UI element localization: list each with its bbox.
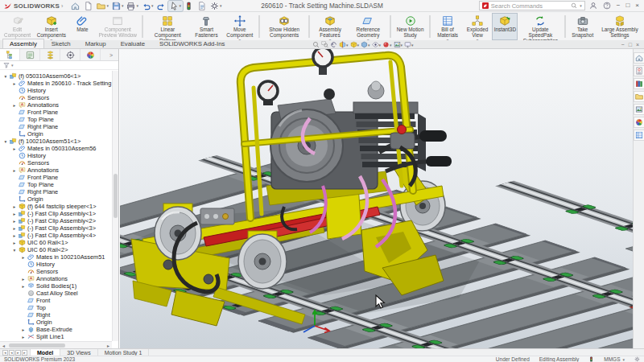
doc-minimize-button[interactable]: − [621, 42, 625, 47]
tree-expand-arrow[interactable]: ▸ [12, 81, 17, 86]
heads-up-tool[interactable]: ▾ [404, 41, 414, 48]
ribbon-button[interactable] [142, 15, 143, 38]
undo-button[interactable]: ▾ [140, 1, 155, 11]
command-tab[interactable]: Evaluate [114, 39, 152, 48]
tree-item[interactable]: History [2, 261, 112, 268]
tree-expand-arrow[interactable]: ▸ [12, 103, 17, 108]
ribbon-button[interactable] [308, 15, 310, 38]
task-pane-tab[interactable] [634, 105, 644, 114]
heads-up-tool[interactable]: ▾ [372, 41, 382, 48]
tree-vertical-scrollbar[interactable] [112, 71, 118, 341]
tree-item[interactable]: ▸ (-) Fast Clip Assembly<4> [2, 232, 112, 239]
tree-item[interactable]: Origin [2, 319, 112, 326]
home-button[interactable] [69, 1, 82, 11]
tree-item[interactable]: ▸ (-) Fast Clip Assembly<2> [2, 217, 112, 224]
tree-expand-arrow[interactable]: ▸ [12, 212, 17, 216]
options-button[interactable]: ▾ [208, 1, 224, 11]
panel-tab[interactable] [60, 49, 80, 60]
tree-item[interactable]: Origin [2, 195, 112, 203]
command-tab[interactable]: Assembly [2, 39, 44, 48]
tree-item[interactable]: Origin [2, 130, 112, 138]
redo-button[interactable] [155, 1, 168, 11]
print-button[interactable]: ▾ [125, 1, 140, 11]
options-gear-icon[interactable] [634, 356, 640, 362]
ribbon-button[interactable]: Reference Geometry ▾ [349, 13, 388, 40]
search-commands-box[interactable]: Search Commands ▾ [479, 1, 585, 10]
tree-item[interactable]: ▸ Mates in 260610 - Track Setting Ma [2, 80, 112, 87]
scrollbar-thumb[interactable] [114, 174, 118, 218]
help-button[interactable] [603, 2, 611, 10]
tree-item[interactable]: ▸ (-) Fast Clip Assembly<3> [2, 224, 112, 232]
tree-item[interactable]: Front [2, 297, 112, 304]
ribbon-button[interactable]: Insert Components ▾ [33, 13, 69, 40]
tree-item[interactable]: ▸ Base-Extrude [2, 326, 112, 333]
task-pane-tab[interactable] [634, 117, 644, 127]
panel-tab[interactable] [80, 49, 101, 60]
graphics-viewport[interactable] [120, 49, 633, 348]
tree-expand-arrow[interactable]: ▾ [3, 139, 8, 144]
login-button[interactable] [589, 2, 597, 10]
heads-up-tool[interactable]: ▾ [394, 41, 403, 48]
solidworks-brand[interactable]: SOLIDWORKS › [3, 2, 63, 10]
select-tool-button[interactable]: ▾ [168, 1, 184, 11]
ribbon-button[interactable]: Instant3D [492, 13, 518, 40]
ribbon-button[interactable]: Assembly Features ▾ [312, 13, 349, 40]
tree-expand-arrow[interactable]: ▸ [12, 233, 17, 238]
heads-up-tool[interactable]: ▾ [350, 41, 360, 48]
save-button[interactable]: ▾ [110, 1, 126, 11]
filter-funnel-icon[interactable] [3, 62, 10, 68]
tree-item[interactable]: ▸ (f) 644 fastclip sleeper<1> [2, 203, 112, 210]
ribbon-button[interactable] [564, 15, 566, 38]
scrollbar-thumb[interactable] [9, 343, 65, 348]
bottom-tab[interactable]: Motion Study 1 [98, 349, 150, 356]
open-button[interactable]: ▾ [95, 1, 110, 11]
tree-item[interactable]: ▾ UIC 60 Rail<2> [2, 246, 112, 253]
tree-expand-arrow[interactable]: ▸ [21, 284, 26, 289]
ribbon-button[interactable] [429, 15, 431, 38]
tree-item[interactable]: History [2, 87, 112, 94]
filter-caret[interactable]: ▾ [11, 63, 14, 68]
tree-item[interactable]: Right Plane [2, 123, 112, 130]
tree-expand-arrow[interactable]: ▸ [12, 226, 17, 231]
task-pane-tab[interactable] [634, 66, 644, 76]
bottom-tab[interactable]: 3D Views [60, 349, 97, 356]
rebuild-button[interactable] [183, 1, 196, 11]
tree-expand-arrow[interactable]: ▸ [21, 255, 26, 260]
doc-restore-button[interactable]: □ [629, 42, 632, 47]
tree-item[interactable]: ▾ (f) 050310Assem06<1> [2, 72, 112, 80]
tree-item[interactable]: History [2, 152, 112, 159]
tree-item[interactable]: Right [2, 311, 112, 319]
tree-item[interactable]: ▸ Split Line1 [2, 333, 112, 340]
command-tab[interactable]: Sketch [44, 39, 78, 48]
panel-tab[interactable] [0, 49, 20, 60]
tree-item[interactable]: Right Plane [2, 188, 112, 195]
tree-item[interactable]: ▸ (-) Fast Clip Assembly<1> [2, 210, 112, 217]
tree-item[interactable]: Sensors [2, 268, 112, 275]
heads-up-tool[interactable] [330, 41, 337, 48]
tree-item[interactable]: Sensors [2, 159, 112, 167]
tree-item[interactable]: Top Plane [2, 181, 112, 188]
tree-expand-arrow[interactable]: ▾ [12, 248, 17, 253]
tree-item[interactable]: ▸ Solid Bodies(1) [2, 282, 112, 290]
tree-expand-arrow[interactable]: ▸ [21, 335, 26, 339]
tree-item[interactable]: Cast Alloy Steel [2, 290, 112, 297]
tree-horizontal-scrollbar[interactable]: ◂ ▸ [0, 341, 112, 348]
ribbon-button[interactable]: Take Snapshot [568, 13, 597, 40]
doc-close-button[interactable]: × [636, 42, 639, 47]
tree-expand-arrow[interactable]: ▸ [12, 168, 17, 173]
tree-expand-arrow[interactable]: ▸ [12, 204, 17, 209]
tree-expand-arrow[interactable]: ▸ [12, 241, 17, 245]
tree-expand-arrow[interactable]: ▸ [21, 277, 26, 282]
tree-item[interactable]: ▸ Mates in 100210Assem51 [2, 253, 112, 261]
tree-item[interactable]: Top Plane [2, 116, 112, 123]
tree-expand-arrow[interactable]: ▾ [3, 74, 8, 79]
tree-expand-arrow[interactable]: ▸ [12, 219, 17, 224]
tree-item[interactable]: ▸ Annotations [2, 167, 112, 174]
ribbon-button[interactable] [390, 15, 391, 38]
search-scope-caret[interactable]: ▾ [580, 3, 582, 8]
units-selector[interactable]: MMGS ▾ [604, 356, 625, 362]
new-document-button[interactable] [82, 1, 95, 11]
tree-item[interactable]: Top [2, 304, 112, 311]
ribbon-button[interactable]: Show Hidden Components [262, 13, 307, 40]
heads-up-tool[interactable]: ▾ [339, 41, 349, 48]
